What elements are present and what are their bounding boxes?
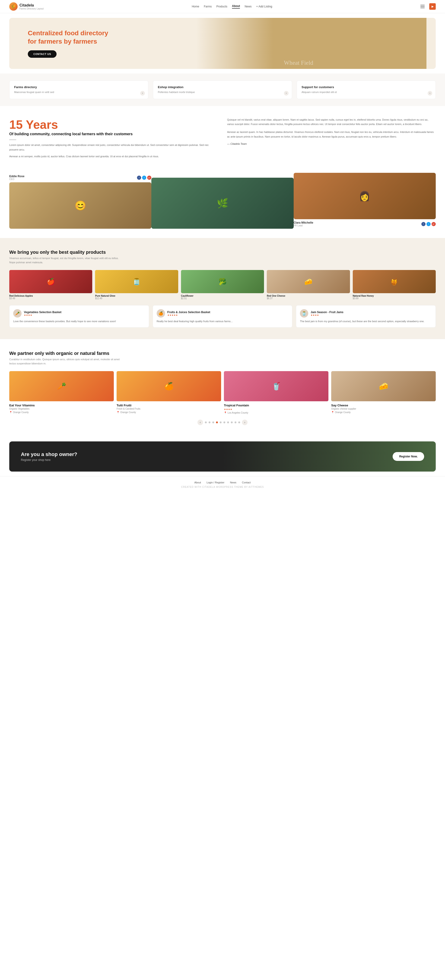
farm-card-4[interactable]: 🧀 Say Cheese Organic cheese supplier 📍 O…	[331, 371, 436, 414]
location-pin-icon-3: 📍	[224, 412, 226, 414]
nav-add-listing[interactable]: + Add Listing	[256, 5, 272, 8]
social-google-3[interactable]: g+	[432, 222, 436, 226]
product-4[interactable]: 🧀 Red One Cheese $6.37	[267, 270, 350, 300]
farms-subtitle: Curabitur in vestibulum odio. Quisque ip…	[9, 358, 125, 366]
review-text-1: Love the convenience these baskets provi…	[13, 320, 145, 324]
product-3[interactable]: 🥦 Cauliflower $2.51	[181, 270, 264, 300]
social-twitter-3[interactable]: t	[426, 222, 431, 226]
review-card-1: 🥕 Vegetables Selection Basket ★★★★ Love …	[9, 305, 149, 328]
social-facebook-1[interactable]: f	[137, 176, 141, 180]
farm-location-text-1: Orange County	[13, 411, 29, 414]
product-5[interactable]: 🍯 Natural Raw Honey $3.69	[353, 270, 436, 300]
farm-name-4: Say Cheese	[331, 404, 436, 407]
team-section: Eddie Rose CEO f t g+ 😊 🌿 👩 Clara Mitche…	[0, 173, 445, 238]
nav-actions: ▶	[420, 3, 436, 10]
product-2[interactable]: 🫙 Pure Natural Ghee $12.49	[95, 270, 178, 300]
products-section: We bring you only the best quality produ…	[0, 238, 445, 339]
team-card-3: 👩 Clara Mitchelle PR Lead f t g+	[294, 173, 436, 229]
logo-icon: 🌾	[9, 2, 17, 11]
feature-arrow-1[interactable]: ›	[140, 91, 145, 95]
farms-section: We partner only with organic or natural …	[0, 339, 445, 437]
farm-category-2: Fresh & Candied Fruits	[117, 407, 221, 410]
social-twitter-1[interactable]: t	[142, 176, 146, 180]
logo[interactable]: 🌾 Citadela Farms Directory Layout	[9, 2, 44, 11]
carousel-dot-7[interactable]	[227, 422, 229, 423]
hamburger-button[interactable]	[420, 3, 427, 10]
farm-location-text-3: Los Angeles County	[228, 412, 248, 414]
footer-links: About Login / Register News Contact	[9, 481, 436, 484]
carousel-next-button[interactable]: ›	[242, 420, 247, 425]
team-photo-1: 😊	[9, 182, 151, 229]
product-price-3: $2.51	[181, 297, 264, 300]
social-google-1[interactable]: g+	[147, 176, 151, 180]
nav-links: Home Farms Products About News + Add Lis…	[192, 5, 272, 9]
nav-products[interactable]: Products	[216, 5, 227, 8]
carousel-dot-9[interactable]	[234, 422, 236, 423]
cta-text: Are you a shop owner? Register your shop…	[21, 451, 77, 461]
team-socials-3: f t g+	[421, 222, 436, 226]
about-left: 15 Years Of building community, connecti…	[9, 118, 218, 161]
product-name-2: Pure Natural Ghee	[95, 294, 178, 297]
about-right-text-2: Aenean ac laoreet quam. In hac habitasse…	[227, 130, 436, 139]
about-signature: — Citadela Team	[227, 142, 436, 145]
nav-about[interactable]: About	[232, 5, 240, 9]
carousel-prev-button[interactable]: ‹	[198, 420, 203, 425]
review-name-2: Fruits & Juices Selection Basket	[167, 310, 210, 314]
hero-cta-button[interactable]: CONTACT US	[28, 50, 57, 58]
footer-credit: CREATED WITH CITADELA WORDPRESS THEME BY…	[9, 486, 436, 488]
carousel-dot-6[interactable]	[223, 422, 225, 423]
footer-about-link[interactable]: About	[194, 481, 201, 484]
carousel-dot-1[interactable]	[205, 422, 207, 423]
about-right-text-1: Quisque vel mi blandit, varius erat vita…	[227, 118, 436, 127]
farms-grid: 🥕 Eat Your Vitamins Organic Vegetables 📍…	[9, 371, 436, 414]
farm-card-1[interactable]: 🥕 Eat Your Vitamins Organic Vegetables 📍…	[9, 371, 114, 414]
product-name-1: Red Delicious Apples	[9, 294, 92, 297]
review-text-3: The best jam is from my grandma (of cour…	[300, 320, 432, 324]
farm-card-2[interactable]: 🍊 Tutti Frutti Fresh & Candied Fruits 📍 …	[117, 371, 221, 414]
nav-farms[interactable]: Farms	[204, 5, 212, 8]
team-role-3: PR Lead	[294, 224, 314, 227]
footer-contact-link[interactable]: Contact	[242, 481, 251, 484]
farm-location-1: 📍 Orange County	[9, 411, 114, 414]
farm-location-3: 📍 Los Angeles County	[224, 412, 328, 414]
product-img-1: 🍎	[9, 270, 92, 293]
hero-title: Centralized food directoryfor farmers by…	[28, 29, 108, 46]
carousel-dot-10[interactable]	[238, 422, 240, 423]
cta-register-button[interactable]: Register Now.	[393, 452, 424, 461]
footer-news-link[interactable]: News	[230, 481, 236, 484]
product-img-4: 🧀	[267, 270, 350, 293]
nav-home[interactable]: Home	[192, 5, 199, 8]
feature-arrow-2[interactable]: ›	[284, 91, 288, 95]
footer-login-link[interactable]: Login / Register	[206, 481, 224, 484]
review-name-3: Jam Season - Fruit Jams	[310, 310, 343, 314]
brand-name: Citadela	[19, 3, 44, 8]
carousel-dot-2[interactable]	[209, 422, 211, 423]
brand-sub: Farms Directory Layout	[19, 8, 44, 10]
cta-subtitle: Register your shop here	[21, 458, 77, 461]
farm-category-4: Organic cheese supplier	[331, 407, 436, 410]
product-price-5: $3.69	[353, 297, 436, 300]
farm-card-3[interactable]: 🥤 Tropical Fountain ★★★★ 📍 Los Angeles C…	[224, 371, 328, 414]
feature-desc-2: Pellentes habitant morbi tristique	[158, 90, 287, 94]
products-grid: 🍎 Red Delicious Apples $3.49 🫙 Pure Natu…	[9, 270, 436, 300]
social-facebook-3[interactable]: f	[421, 222, 426, 226]
reviews-grid: 🥕 Vegetables Selection Basket ★★★★ Love …	[9, 305, 436, 328]
location-pin-icon-2: 📍	[117, 411, 119, 414]
nav-news[interactable]: News	[244, 5, 252, 8]
carousel-dot-8[interactable]	[231, 422, 233, 423]
carousel-dot-5[interactable]	[220, 422, 222, 423]
feature-arrow-3[interactable]: ›	[428, 91, 432, 95]
product-price-1: $3.49	[9, 297, 92, 300]
user-avatar[interactable]: ▶	[429, 3, 436, 10]
carousel-dot-4[interactable]	[216, 422, 218, 423]
product-1[interactable]: 🍎 Red Delicious Apples $3.49	[9, 270, 92, 300]
products-subtitle: Vivamus accumsan, tellus et tempor feugi…	[9, 256, 125, 264]
review-text-2: Really he best deal featuring high quali…	[157, 320, 288, 324]
team-info-1: Eddie Rose CEO f t g+	[9, 173, 151, 182]
review-avatar-1: 🥕	[13, 309, 22, 318]
product-name-3: Cauliflower	[181, 294, 264, 297]
team-photo-2: 🌿	[151, 178, 293, 229]
location-pin-icon-4: 📍	[331, 411, 334, 414]
carousel-dot-3[interactable]	[212, 422, 214, 423]
farm-stars-3: ★★★★	[224, 408, 328, 410]
